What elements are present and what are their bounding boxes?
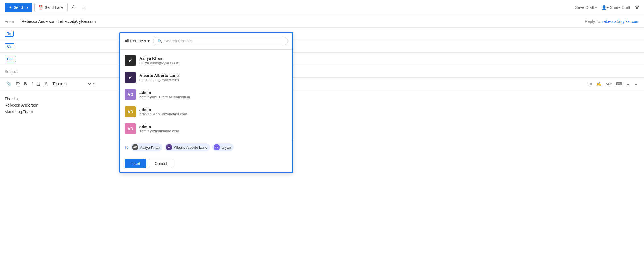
insert-button[interactable]: Insert	[125, 159, 146, 168]
toolbar: ✈ Send ▾ ⏰ Send Later ⏱ ⋮ Save Draft ▾ 👤…	[0, 0, 644, 15]
from-value: Rebecca Anderson <rebecca@zylker.com	[22, 19, 96, 24]
all-contacts-button[interactable]: All Contacts ▾	[125, 39, 150, 43]
send-label: Send	[14, 5, 23, 10]
from-row: From Rebecca Anderson <rebecca@zylker.co…	[0, 15, 644, 28]
avatar: AD	[125, 89, 136, 100]
contact-item[interactable]: ✓ Alberto Alberto Lane albertolane@zylke…	[120, 69, 292, 86]
recipient-tag[interactable]: AR aryan	[212, 143, 234, 151]
recipient-avatar: AA	[166, 144, 172, 150]
bold-button[interactable]: B	[22, 80, 29, 87]
ellipsis-icon: ⋮	[82, 5, 86, 10]
font-selector[interactable]: Tahoma Arial Times New Roman	[50, 80, 92, 87]
send-later-label: Send Later	[45, 5, 64, 10]
save-draft-label: Save Draft	[575, 5, 594, 10]
save-draft-button[interactable]: Save Draft ▾	[575, 5, 597, 10]
contact-name: Alberto Alberto Lane	[139, 73, 288, 78]
send-later-icon: ⏰	[38, 5, 43, 10]
search-input[interactable]	[164, 39, 284, 43]
subject-row: Subject	[0, 65, 644, 78]
source-icon: ⌨	[616, 81, 622, 86]
all-contacts-arrow: ▾	[148, 39, 150, 43]
more-options-button[interactable]: ⋮	[80, 3, 88, 12]
contact-item[interactable]: ✓ Aaliya Khan aaliya.khan@zylker.com	[120, 52, 292, 69]
toolbar-right: Save Draft ▾ 👤+ Share Draft 🗑	[575, 5, 639, 10]
table-icon: ⊞	[589, 81, 592, 86]
contact-email: prabu.t+4776@zohotest.com	[139, 112, 288, 116]
strikethrough-button[interactable]: S	[43, 80, 49, 87]
reply-to-value: rebecca@zylker.com	[602, 19, 639, 24]
reply-to-label: Reply To	[585, 19, 600, 24]
avatar: AD	[125, 123, 136, 134]
contact-email: albertolane@zylker.com	[139, 78, 288, 82]
recipient-avatar-initials: AR	[215, 146, 218, 149]
compose-body[interactable]: Thanks, Rebecca Anderson Marketing Team	[0, 90, 644, 147]
all-contacts-label: All Contacts	[125, 39, 146, 43]
contact-name: admin	[139, 107, 288, 112]
recipient-tag[interactable]: AA Alberto Alberto Lane	[165, 143, 210, 151]
contact-email: admin@m215pre.ac-domain.in	[139, 95, 288, 99]
contact-item[interactable]: AD admin admin@zmaildemo.com	[120, 120, 292, 137]
subject-input[interactable]	[22, 69, 639, 74]
cc-button[interactable]: Cc	[5, 43, 14, 49]
table-button[interactable]: ⊞	[587, 80, 594, 87]
contact-name: admin	[139, 90, 288, 95]
send-button[interactable]: ✈ Send ▾	[5, 3, 32, 12]
recipient-avatar-initials: AK	[133, 146, 137, 149]
expand-icon: ⌄	[634, 81, 638, 86]
insert-image-button[interactable]: 🖼	[14, 80, 21, 87]
italic-button[interactable]: I	[30, 80, 34, 87]
recipient-avatar: AK	[132, 144, 138, 150]
code-button[interactable]: </>	[604, 80, 613, 87]
send-icon: ✈	[9, 5, 12, 10]
bcc-button[interactable]: Bcc	[5, 56, 16, 62]
to-button[interactable]: To	[5, 31, 14, 37]
contact-info: admin admin@zmaildemo.com	[139, 125, 288, 133]
avatar-initials: AD	[127, 92, 133, 97]
source-button[interactable]: ⌨	[614, 80, 624, 87]
more-format-button[interactable]: ⌄	[625, 80, 631, 87]
modal-footer: Insert Cancel	[120, 155, 292, 172]
cancel-button[interactable]: Cancel	[149, 159, 173, 168]
selected-bar: To AK Aaliya Khan AA Alberto Alberto Lan…	[120, 140, 292, 155]
avatar: AD	[125, 106, 136, 117]
contact-name: Aaliya Khan	[139, 56, 288, 61]
contact-name: admin	[139, 125, 288, 129]
attach-file-button[interactable]: 📎	[5, 80, 13, 87]
avatar: ✓	[125, 72, 136, 83]
image-icon: 🖼	[16, 81, 20, 86]
contact-info: admin admin@m215pre.ac-domain.in	[139, 90, 288, 99]
format-toolbar-right: ⊞ ✍ </> ⌨ ⌄ ⌄	[587, 80, 639, 87]
send-dropdown-arrow[interactable]: ▾	[25, 6, 28, 9]
contact-item[interactable]: AD admin prabu.t+4776@zohotest.com	[120, 103, 292, 120]
body-signature: Thanks, Rebecca Anderson Marketing Team	[5, 96, 639, 115]
to-label: To	[125, 145, 129, 150]
recipient-tag[interactable]: AK Aaliya Khan	[131, 143, 162, 151]
delete-button[interactable]: 🗑	[635, 5, 639, 10]
signature-icon: ✍	[596, 81, 601, 86]
contact-item[interactable]: AD admin admin@m215pre.ac-domain.in	[120, 86, 292, 103]
recipient-avatar: AR	[214, 144, 220, 150]
delete-icon: 🗑	[635, 5, 639, 10]
recipient-avatar-initials: AA	[167, 146, 171, 149]
search-icon: 🔍	[157, 39, 162, 43]
alarm-button[interactable]: ⏱	[70, 3, 78, 12]
modal-header: All Contacts ▾ 🔍	[120, 33, 292, 50]
compose-area: From Rebecca Anderson <rebecca@zylker.co…	[0, 15, 644, 147]
recipient-name: Aaliya Khan	[140, 145, 160, 150]
code-icon: </>	[606, 81, 612, 86]
search-box: 🔍	[153, 37, 288, 45]
avatar-initials: AD	[127, 127, 133, 131]
send-later-button[interactable]: ⏰ Send Later	[34, 3, 68, 12]
underline-button[interactable]: U	[36, 80, 42, 87]
check-icon: ✓	[128, 74, 133, 81]
contact-info: admin prabu.t+4776@zohotest.com	[139, 107, 288, 116]
share-draft-button[interactable]: 👤+ Share Draft	[602, 5, 630, 10]
recipient-name: Alberto Alberto Lane	[174, 145, 207, 150]
contact-info: Alberto Alberto Lane albertolane@zylker.…	[139, 73, 288, 82]
contact-info: Aaliya Khan aaliya.khan@zylker.com	[139, 56, 288, 65]
signature-button[interactable]: ✍	[595, 80, 603, 87]
recipient-name: aryan	[222, 145, 231, 150]
reply-to-area: Reply To rebecca@zylker.com	[585, 19, 639, 24]
expand-button[interactable]: ⌄	[633, 80, 639, 87]
contact-picker-modal: All Contacts ▾ 🔍 ✓ Aaliya Khan aaliya.kh…	[119, 32, 293, 173]
